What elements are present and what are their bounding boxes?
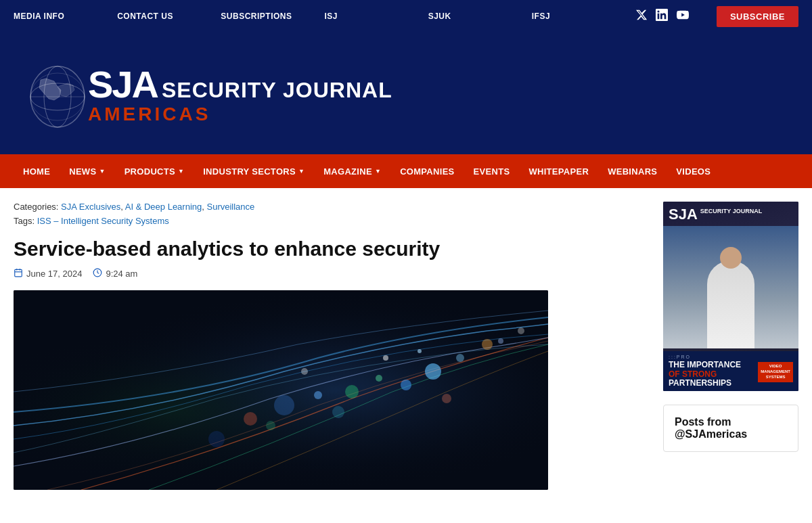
svg-point-29 (301, 368, 308, 375)
social-icons (635, 9, 690, 24)
main-navbar: HOME NEWS ▼ PRODUCTS ▼ INDUSTRY SECTORS … (0, 154, 812, 188)
sidebar: SJA SECURITY JOURNAL :::PRO THE IMPORTAN… (663, 202, 798, 490)
site-header: SJA SECURITY JOURNAL AMERICAS (0, 32, 812, 154)
nav-companies[interactable]: COMPANIES (390, 154, 464, 188)
svg-point-15 (456, 354, 464, 362)
category-surveillance[interactable]: Surveillance (206, 202, 254, 212)
logo-text: SJA SECURITY JOURNAL AMERICAS (88, 62, 392, 125)
nav-home[interactable]: HOME (14, 154, 60, 188)
magazine-cover: SJA SECURITY JOURNAL :::PRO THE IMPORTAN… (663, 202, 798, 391)
svg-point-16 (345, 385, 359, 399)
nav-ifsj[interactable]: IFSJ (532, 12, 622, 21)
youtube-icon[interactable] (676, 9, 690, 24)
mag-headline-2: OF STRONG (669, 370, 741, 379)
top-bar: MEDIA INFO CONTACT US SUBSCRIPTIONS ISJ … (0, 0, 812, 32)
svg-point-14 (401, 380, 411, 390)
nav-industry-sectors[interactable]: INDUSTRY SECTORS ▼ (194, 154, 314, 188)
logo-security-journal: SECURITY JOURNAL (162, 78, 392, 103)
nav-isj[interactable]: ISJ (324, 12, 414, 21)
nav-webinars[interactable]: WEBINARS (598, 154, 667, 188)
logo-sja-letters: SJA (88, 62, 158, 106)
sidebar-magazine[interactable]: SJA SECURITY JOURNAL :::PRO THE IMPORTAN… (663, 202, 798, 391)
svg-point-23 (498, 338, 503, 344)
subscribe-button[interactable]: SUBSCRIBE (717, 6, 798, 27)
svg-rect-5 (15, 269, 22, 277)
nav-news[interactable]: NEWS ▼ (60, 154, 114, 188)
svg-point-17 (376, 375, 382, 382)
nav-media-info[interactable]: MEDIA INFO (14, 12, 104, 21)
logo-americas: AMERICAS (88, 104, 392, 125)
category-ai-deep-learning[interactable]: AI & Deep Learning (125, 202, 202, 212)
svg-point-19 (274, 395, 294, 415)
globe-icon (20, 53, 95, 134)
nav-sjuk[interactable]: SJUK (428, 12, 518, 21)
article-meta: June 17, 2024 9:24 am (14, 268, 643, 279)
mag-vms: VIDEOMANAGEMENTSYSTEMS (761, 364, 790, 380)
chevron-down-icon: ▼ (375, 168, 381, 175)
tags-line: Tags: ISS – Intelligent Security Systems (14, 216, 643, 226)
chevron-down-icon: ▼ (99, 168, 105, 175)
nav-videos[interactable]: VIDEOS (667, 154, 720, 188)
svg-point-13 (425, 363, 441, 380)
fiber-lines-decoration (14, 290, 548, 490)
article-title: Service-based analytics to enhance secur… (14, 237, 643, 261)
svg-point-24 (442, 394, 451, 403)
clock-icon (93, 268, 102, 279)
chevron-down-icon: ▼ (298, 168, 304, 175)
main-content: Categories: SJA Exclusives, AI & Deep Le… (14, 202, 643, 490)
twitter-icon[interactable] (635, 9, 648, 24)
nav-whitepaper[interactable]: WHITEPAPER (519, 154, 598, 188)
calendar-icon (14, 268, 23, 279)
svg-point-26 (208, 431, 225, 447)
category-sja-exclusives[interactable]: SJA Exclusives (61, 202, 120, 212)
categories-label: Categories: (14, 202, 58, 212)
top-bar-links: MEDIA INFO CONTACT US SUBSCRIPTIONS ISJ … (14, 12, 622, 21)
svg-rect-12 (14, 290, 548, 490)
svg-point-30 (266, 421, 275, 430)
article-date-text: June 17, 2024 (26, 269, 82, 279)
nav-contact-us[interactable]: CONTACT US (117, 12, 207, 21)
svg-point-27 (383, 355, 388, 361)
logo[interactable]: SJA SECURITY JOURNAL AMERICAS (20, 53, 392, 134)
nav-events[interactable]: EVENTS (464, 154, 520, 188)
mag-sja: SJA (669, 207, 698, 222)
article-time: 9:24 am (93, 268, 137, 279)
article-time-text: 9:24 am (106, 269, 137, 279)
nav-products[interactable]: PRODUCTS ▼ (115, 154, 194, 188)
categories-line: Categories: SJA Exclusives, AI & Deep Le… (14, 202, 643, 212)
svg-point-21 (244, 412, 257, 426)
chevron-down-icon: ▼ (178, 168, 184, 175)
tags-label: Tags: (14, 216, 35, 226)
posts-title: Posts from (675, 416, 787, 428)
content-area: Categories: SJA Exclusives, AI & Deep Le… (0, 188, 812, 490)
svg-point-18 (482, 339, 493, 350)
svg-point-25 (332, 406, 344, 418)
tag-iss[interactable]: ISS – Intelligent Security Systems (37, 216, 169, 226)
posts-handle: @SJAmericas (675, 428, 787, 440)
article-date: June 17, 2024 (14, 268, 82, 279)
mag-security-journal: SECURITY JOURNAL (700, 208, 762, 215)
svg-point-22 (518, 327, 524, 334)
nav-subscriptions[interactable]: SUBSCRIPTIONS (221, 12, 311, 21)
mag-headline-3: PARTNERSHIPS (669, 379, 741, 388)
article-image (14, 290, 548, 490)
sidebar-posts: Posts from @SJAmericas (663, 405, 798, 452)
nav-magazine[interactable]: MAGAZINE ▼ (314, 154, 390, 188)
linkedin-icon[interactable] (656, 9, 668, 24)
svg-point-28 (418, 349, 422, 353)
svg-point-20 (314, 391, 322, 399)
mag-pro-label: :::PRO (669, 355, 793, 359)
